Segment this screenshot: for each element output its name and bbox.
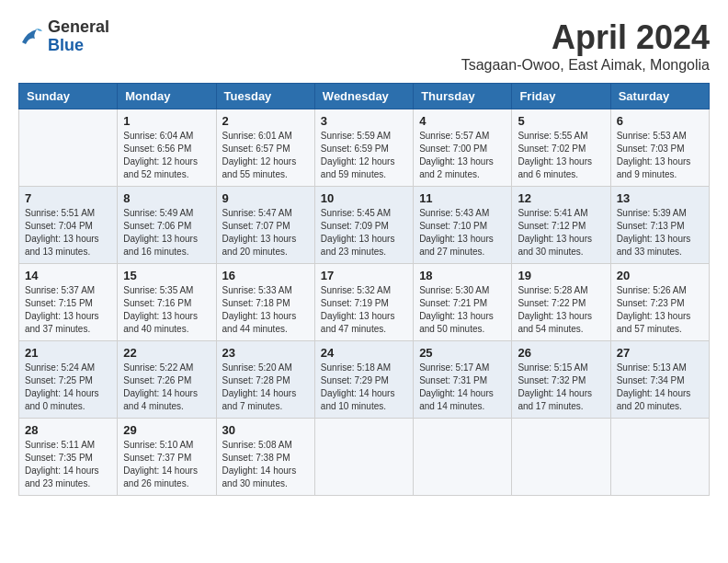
calendar-cell: 30Sunrise: 5:08 AMSunset: 7:38 PMDayligh… xyxy=(216,419,314,496)
day-number: 25 xyxy=(419,346,506,360)
day-info: Sunrise: 5:37 AMSunset: 7:15 PMDaylight:… xyxy=(25,284,111,336)
calendar-cell: 8Sunrise: 5:49 AMSunset: 7:06 PMDaylight… xyxy=(118,187,216,264)
day-info: Sunrise: 5:49 AMSunset: 7:06 PMDaylight:… xyxy=(123,207,210,259)
day-info: Sunrise: 5:33 AMSunset: 7:18 PMDaylight:… xyxy=(222,284,309,336)
calendar-cell: 2Sunrise: 6:01 AMSunset: 6:57 PMDaylight… xyxy=(216,109,314,187)
day-number: 18 xyxy=(419,269,506,282)
day-info: Sunrise: 5:10 AMSunset: 7:37 PMDaylight:… xyxy=(123,439,210,490)
calendar-cell: 21Sunrise: 5:24 AMSunset: 7:25 PMDayligh… xyxy=(19,341,118,419)
title-block: April 2024 Tsagaan-Owoo, East Aimak, Mon… xyxy=(461,18,710,74)
calendar-cell xyxy=(414,419,512,496)
calendar-cell: 23Sunrise: 5:20 AMSunset: 7:28 PMDayligh… xyxy=(216,341,314,419)
calendar-cell: 24Sunrise: 5:18 AMSunset: 7:29 PMDayligh… xyxy=(314,341,413,419)
day-info: Sunrise: 5:35 AMSunset: 7:16 PMDaylight:… xyxy=(123,284,210,336)
calendar-week-row: 28Sunrise: 5:11 AMSunset: 7:35 PMDayligh… xyxy=(19,419,710,496)
day-number: 11 xyxy=(419,191,506,205)
day-number: 26 xyxy=(518,346,604,360)
day-number: 29 xyxy=(123,423,210,437)
day-info: Sunrise: 5:47 AMSunset: 7:07 PMDaylight:… xyxy=(222,207,309,259)
day-number: 17 xyxy=(321,269,407,282)
calendar-cell: 5Sunrise: 5:55 AMSunset: 7:02 PMDaylight… xyxy=(512,109,610,187)
location: Tsagaan-Owoo, East Aimak, Mongolia xyxy=(461,57,710,74)
day-number: 10 xyxy=(321,191,407,205)
day-number: 28 xyxy=(25,423,111,437)
calendar-cell: 27Sunrise: 5:13 AMSunset: 7:34 PMDayligh… xyxy=(610,341,709,419)
calendar-week-row: 21Sunrise: 5:24 AMSunset: 7:25 PMDayligh… xyxy=(19,341,710,419)
day-number: 20 xyxy=(617,269,703,282)
calendar-week-row: 1Sunrise: 6:04 AMSunset: 6:56 PMDaylight… xyxy=(19,109,710,187)
day-number: 2 xyxy=(222,114,309,128)
day-info: Sunrise: 5:55 AMSunset: 7:02 PMDaylight:… xyxy=(518,130,604,181)
calendar-cell: 18Sunrise: 5:30 AMSunset: 7:21 PMDayligh… xyxy=(414,264,512,341)
day-info: Sunrise: 5:32 AMSunset: 7:19 PMDaylight:… xyxy=(321,284,407,336)
calendar-cell: 26Sunrise: 5:15 AMSunset: 7:32 PMDayligh… xyxy=(512,341,610,419)
calendar-cell: 12Sunrise: 5:41 AMSunset: 7:12 PMDayligh… xyxy=(512,187,610,264)
day-info: Sunrise: 5:20 AMSunset: 7:28 PMDaylight:… xyxy=(222,362,309,413)
day-number: 1 xyxy=(123,114,210,128)
calendar-cell: 3Sunrise: 5:59 AMSunset: 6:59 PMDaylight… xyxy=(314,109,413,187)
day-number: 12 xyxy=(518,191,604,205)
day-number: 27 xyxy=(617,346,703,360)
calendar-cell: 11Sunrise: 5:43 AMSunset: 7:10 PMDayligh… xyxy=(414,187,512,264)
calendar-cell: 22Sunrise: 5:22 AMSunset: 7:26 PMDayligh… xyxy=(118,341,216,419)
day-number: 4 xyxy=(419,114,506,128)
calendar-cell: 13Sunrise: 5:39 AMSunset: 7:13 PMDayligh… xyxy=(610,187,709,264)
day-info: Sunrise: 5:41 AMSunset: 7:12 PMDaylight:… xyxy=(518,207,604,259)
day-info: Sunrise: 6:04 AMSunset: 6:56 PMDaylight:… xyxy=(123,130,210,181)
calendar-cell: 4Sunrise: 5:57 AMSunset: 7:00 PMDaylight… xyxy=(414,109,512,187)
day-info: Sunrise: 5:08 AMSunset: 7:38 PMDaylight:… xyxy=(222,439,309,490)
weekday-header-friday: Friday xyxy=(512,84,610,109)
calendar-cell xyxy=(610,419,709,496)
day-info: Sunrise: 5:51 AMSunset: 7:04 PMDaylight:… xyxy=(25,207,111,259)
day-number: 21 xyxy=(25,346,111,360)
weekday-header-saturday: Saturday xyxy=(610,84,709,109)
weekday-header-sunday: Sunday xyxy=(19,84,118,109)
day-info: Sunrise: 5:22 AMSunset: 7:26 PMDaylight:… xyxy=(123,362,210,413)
calendar-cell: 25Sunrise: 5:17 AMSunset: 7:31 PMDayligh… xyxy=(414,341,512,419)
calendar-cell: 16Sunrise: 5:33 AMSunset: 7:18 PMDayligh… xyxy=(216,264,314,341)
calendar-cell: 10Sunrise: 5:45 AMSunset: 7:09 PMDayligh… xyxy=(314,187,413,264)
calendar-cell: 9Sunrise: 5:47 AMSunset: 7:07 PMDaylight… xyxy=(216,187,314,264)
calendar-week-row: 14Sunrise: 5:37 AMSunset: 7:15 PMDayligh… xyxy=(19,264,710,341)
day-number: 15 xyxy=(123,269,210,282)
calendar-table: SundayMondayTuesdayWednesdayThursdayFrid… xyxy=(18,83,710,496)
day-info: Sunrise: 5:53 AMSunset: 7:03 PMDaylight:… xyxy=(617,130,703,181)
page-header: General Blue April 2024 Tsagaan-Owoo, Ea… xyxy=(18,18,710,74)
day-info: Sunrise: 5:59 AMSunset: 6:59 PMDaylight:… xyxy=(321,130,407,181)
weekday-header-monday: Monday xyxy=(118,84,216,109)
day-info: Sunrise: 5:30 AMSunset: 7:21 PMDaylight:… xyxy=(419,284,506,336)
calendar-cell: 17Sunrise: 5:32 AMSunset: 7:19 PMDayligh… xyxy=(314,264,413,341)
calendar-cell: 1Sunrise: 6:04 AMSunset: 6:56 PMDaylight… xyxy=(118,109,216,187)
day-info: Sunrise: 5:11 AMSunset: 7:35 PMDaylight:… xyxy=(25,439,111,490)
month-title: April 2024 xyxy=(461,18,710,57)
day-info: Sunrise: 5:26 AMSunset: 7:23 PMDaylight:… xyxy=(617,284,703,336)
calendar-cell: 6Sunrise: 5:53 AMSunset: 7:03 PMDaylight… xyxy=(610,109,709,187)
day-info: Sunrise: 5:24 AMSunset: 7:25 PMDaylight:… xyxy=(25,362,111,413)
calendar-cell xyxy=(314,419,413,496)
day-info: Sunrise: 5:39 AMSunset: 7:13 PMDaylight:… xyxy=(617,207,703,259)
logo-icon xyxy=(18,24,44,50)
weekday-header-wednesday: Wednesday xyxy=(314,84,413,109)
day-number: 23 xyxy=(222,346,309,360)
logo-blue: Blue xyxy=(48,36,84,54)
logo-text: General Blue xyxy=(48,18,109,55)
day-info: Sunrise: 5:43 AMSunset: 7:10 PMDaylight:… xyxy=(419,207,506,259)
day-number: 22 xyxy=(123,346,210,360)
calendar-cell: 20Sunrise: 5:26 AMSunset: 7:23 PMDayligh… xyxy=(610,264,709,341)
calendar-cell: 7Sunrise: 5:51 AMSunset: 7:04 PMDaylight… xyxy=(19,187,118,264)
day-number: 6 xyxy=(617,114,703,128)
day-number: 13 xyxy=(617,191,703,205)
day-info: Sunrise: 5:57 AMSunset: 7:00 PMDaylight:… xyxy=(419,130,506,181)
day-info: Sunrise: 5:45 AMSunset: 7:09 PMDaylight:… xyxy=(321,207,407,259)
day-info: Sunrise: 5:18 AMSunset: 7:29 PMDaylight:… xyxy=(321,362,407,413)
weekday-header-row: SundayMondayTuesdayWednesdayThursdayFrid… xyxy=(19,84,710,109)
weekday-header-tuesday: Tuesday xyxy=(216,84,314,109)
day-number: 14 xyxy=(25,269,111,282)
day-number: 9 xyxy=(222,191,309,205)
day-number: 5 xyxy=(518,114,604,128)
day-number: 8 xyxy=(123,191,210,205)
calendar-cell: 19Sunrise: 5:28 AMSunset: 7:22 PMDayligh… xyxy=(512,264,610,341)
day-info: Sunrise: 6:01 AMSunset: 6:57 PMDaylight:… xyxy=(222,130,309,181)
day-number: 19 xyxy=(518,269,604,282)
day-number: 24 xyxy=(321,346,407,360)
